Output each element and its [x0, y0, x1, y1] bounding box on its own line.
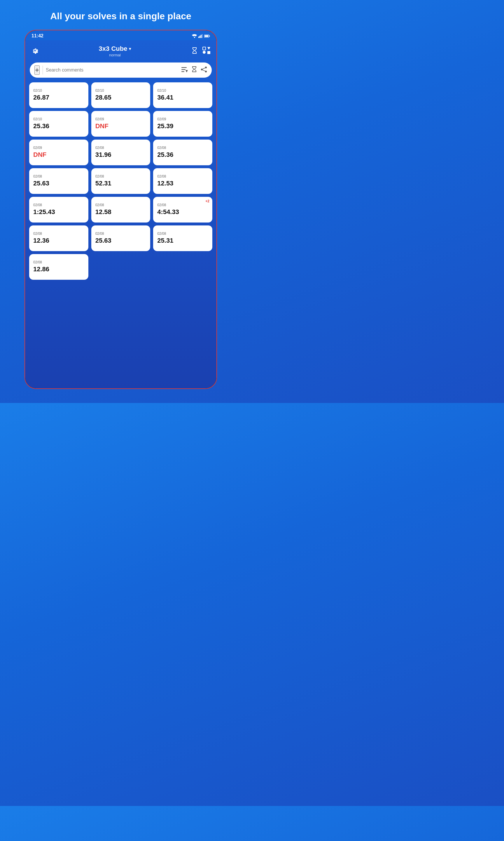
- wifi-icon: [192, 34, 197, 38]
- svg-line-20: [203, 70, 205, 71]
- status-time: 11:42: [32, 33, 43, 38]
- svg-rect-3: [201, 35, 201, 38]
- solve-date: 02/08: [33, 231, 42, 236]
- solve-card[interactable]: 02/0825.63: [91, 225, 150, 251]
- solve-card[interactable]: 02/0812.86: [29, 254, 88, 280]
- solve-card[interactable]: 02/0812.58: [91, 197, 150, 223]
- solve-time: 12.53: [157, 179, 173, 187]
- svg-point-17: [201, 69, 203, 70]
- app-title-group[interactable]: 3x3 Cube ▾ normal: [99, 45, 131, 57]
- solve-card[interactable]: 02/0825.63: [29, 168, 88, 194]
- add-button[interactable]: +: [34, 65, 40, 75]
- solve-date: 02/09: [157, 117, 166, 121]
- settings-button[interactable]: [31, 47, 39, 56]
- svg-rect-12: [181, 67, 187, 68]
- timer-filter-icon: [191, 66, 197, 73]
- solve-card[interactable]: 02/081:25.43: [29, 197, 88, 223]
- solve-date: 02/08: [33, 260, 42, 264]
- solve-date: 02/08: [157, 203, 166, 207]
- solve-time: 4:54.33: [157, 208, 179, 216]
- app-bar: 3x3 Cube ▾ normal: [25, 40, 216, 60]
- solve-date: 02/09: [95, 117, 104, 121]
- solve-card[interactable]: 02/0852.31: [91, 168, 150, 194]
- svg-rect-7: [205, 35, 209, 37]
- solves-grid: 02/1026.8702/1028.6502/1036.4102/1025.36…: [25, 81, 216, 389]
- solve-time: 25.36: [157, 151, 173, 158]
- svg-marker-9: [208, 47, 210, 50]
- status-bar: 11:42: [25, 30, 216, 40]
- solve-date: 02/09: [33, 146, 42, 150]
- solve-card[interactable]: 02/0812.36: [29, 225, 88, 251]
- title-text: 3x3 Cube: [99, 45, 127, 53]
- share-button[interactable]: [201, 66, 207, 74]
- svg-point-18: [205, 71, 207, 72]
- solve-time: 28.65: [95, 94, 111, 101]
- status-icons: [192, 34, 210, 38]
- search-bar: +: [30, 63, 212, 78]
- solve-time: 52.31: [95, 179, 111, 187]
- svg-rect-4: [202, 34, 203, 38]
- dropdown-arrow: ▾: [129, 47, 131, 51]
- solve-time: 1:25.43: [33, 208, 55, 216]
- svg-point-10: [203, 51, 205, 54]
- solve-date: 02/08: [95, 203, 104, 207]
- solve-time: 12.58: [95, 208, 111, 216]
- signal-icon: [198, 34, 203, 38]
- shapes-icon: [202, 47, 211, 54]
- svg-line-19: [203, 68, 205, 69]
- svg-rect-8: [203, 47, 205, 50]
- solve-time: DNF: [33, 151, 47, 158]
- svg-rect-11: [208, 51, 210, 54]
- svg-rect-14: [181, 71, 184, 72]
- svg-point-0: [194, 37, 195, 38]
- phone-frame: 11:42: [24, 30, 217, 389]
- share-icon: [201, 66, 207, 73]
- solve-card[interactable]: 02/0812.53: [153, 168, 212, 194]
- delete-filter-icon: [181, 67, 188, 72]
- search-divider: [42, 66, 43, 74]
- solve-badge: +2: [205, 199, 210, 203]
- svg-rect-13: [181, 69, 185, 70]
- solve-card[interactable]: 02/1028.65: [91, 82, 150, 108]
- solve-card[interactable]: 02/0831.96: [91, 140, 150, 165]
- app-bar-right: [191, 47, 211, 55]
- solve-card[interactable]: 02/1025.36: [29, 111, 88, 137]
- solve-time: 12.86: [33, 265, 49, 273]
- timer-filter-button[interactable]: [191, 66, 197, 74]
- svg-marker-15: [185, 70, 188, 72]
- solve-date: 02/10: [157, 88, 166, 92]
- solve-date: 02/08: [33, 203, 42, 207]
- solve-time: 25.63: [33, 179, 49, 187]
- solve-date: 02/08: [157, 231, 166, 236]
- solve-card[interactable]: 02/09DNF: [29, 140, 88, 165]
- page-headline: All your solves in a single place: [38, 11, 203, 22]
- solve-time: 31.96: [95, 151, 111, 158]
- solve-date: 02/10: [33, 117, 42, 121]
- solve-card[interactable]: 02/1026.87: [29, 82, 88, 108]
- solve-card[interactable]: 02/084:54.33+2: [153, 197, 212, 223]
- hourglass-icon: [191, 47, 198, 54]
- solve-date: 02/10: [33, 88, 42, 92]
- solve-card[interactable]: 02/1036.41: [153, 82, 212, 108]
- shapes-button[interactable]: [202, 47, 211, 55]
- solve-time: 25.39: [157, 122, 173, 130]
- solve-card[interactable]: 02/0925.39: [153, 111, 212, 137]
- solve-time: 36.41: [157, 94, 173, 101]
- solve-time: 26.87: [33, 94, 49, 101]
- battery-icon: [204, 34, 210, 38]
- phone-content: 3x3 Cube ▾ normal: [25, 40, 216, 389]
- solve-card[interactable]: 02/0825.31: [153, 225, 212, 251]
- solve-time: 25.36: [33, 122, 49, 130]
- search-input[interactable]: [46, 67, 179, 73]
- solve-date: 02/08: [95, 231, 104, 236]
- delete-filter-button[interactable]: [181, 67, 188, 73]
- solve-date: 02/08: [157, 146, 166, 150]
- svg-rect-2: [199, 36, 200, 38]
- solve-time: DNF: [95, 122, 108, 130]
- svg-point-16: [205, 67, 207, 68]
- solve-time: 12.36: [33, 237, 49, 244]
- solve-date: 02/10: [95, 88, 104, 92]
- timer-button[interactable]: [191, 47, 198, 55]
- solve-card[interactable]: 02/0825.36: [153, 140, 212, 165]
- solve-card[interactable]: 02/09DNF: [91, 111, 150, 137]
